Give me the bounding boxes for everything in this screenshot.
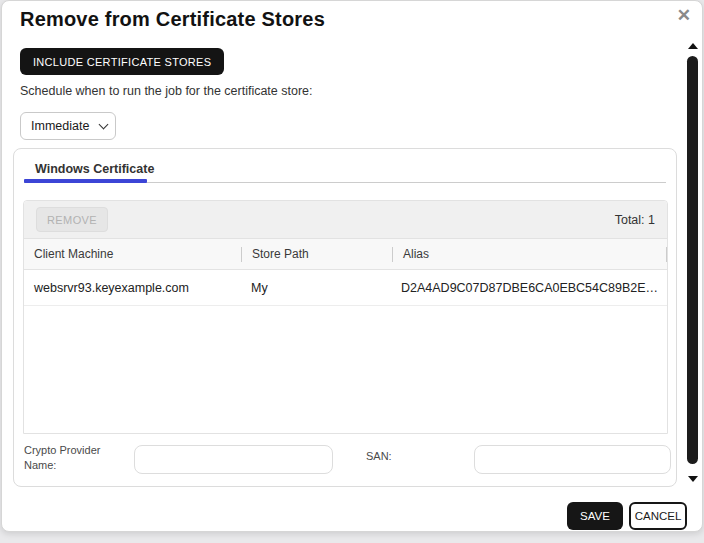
close-icon[interactable]: ✕ (677, 7, 691, 24)
remove-from-certificate-stores-dialog: Remove from Certificate Stores ✕ INCLUDE… (1, 0, 703, 532)
certificate-table: REMOVE Total: 1 Client Machine Store Pat… (23, 200, 668, 434)
column-header-client-machine: Client Machine (24, 247, 241, 261)
dialog-title: Remove from Certificate Stores (20, 8, 325, 31)
table-empty-area (24, 306, 667, 433)
cell-client-machine: websrvr93.keyexample.com (24, 281, 241, 295)
crypto-provider-label: Crypto Provider Name: (24, 443, 129, 473)
certificate-store-panel: Windows Certificate REMOVE Total: 1 Clie… (13, 148, 677, 487)
crypto-provider-input[interactable] (134, 445, 333, 474)
column-header-store-path: Store Path (242, 247, 392, 261)
schedule-label: Schedule when to run the job for the cer… (20, 84, 313, 98)
schedule-select-wrap: Immediate (20, 112, 116, 140)
tab-active-indicator (24, 179, 147, 183)
dialog-scrollbar (687, 41, 699, 491)
tab-windows-certificate[interactable]: Windows Certificate (35, 162, 154, 176)
total-count: Total: 1 (615, 213, 655, 227)
table-header-row: Client Machine Store Path Alias (24, 239, 667, 270)
cell-store-path: My (241, 281, 391, 295)
san-input[interactable] (474, 445, 671, 474)
scroll-down-icon[interactable] (688, 476, 698, 482)
san-label: SAN: (366, 450, 392, 462)
save-button[interactable]: SAVE (567, 502, 623, 530)
include-certificate-stores-button[interactable]: INCLUDE CERTIFICATE STORES (20, 48, 224, 75)
schedule-select[interactable]: Immediate (20, 112, 116, 140)
cell-alias: D2A4AD9C07D87DBE6CA0EBC54C89B2E… (391, 281, 667, 295)
remove-button[interactable]: REMOVE (36, 207, 108, 232)
table-toolbar: REMOVE Total: 1 (24, 201, 667, 239)
column-header-alias: Alias (393, 247, 666, 261)
table-row[interactable]: websrvr93.keyexample.com My D2A4AD9C07D8… (24, 270, 667, 306)
scrollbar-thumb[interactable] (687, 56, 698, 464)
scroll-up-icon[interactable] (688, 43, 698, 49)
column-divider (666, 247, 667, 262)
cancel-button[interactable]: CANCEL (629, 502, 687, 530)
